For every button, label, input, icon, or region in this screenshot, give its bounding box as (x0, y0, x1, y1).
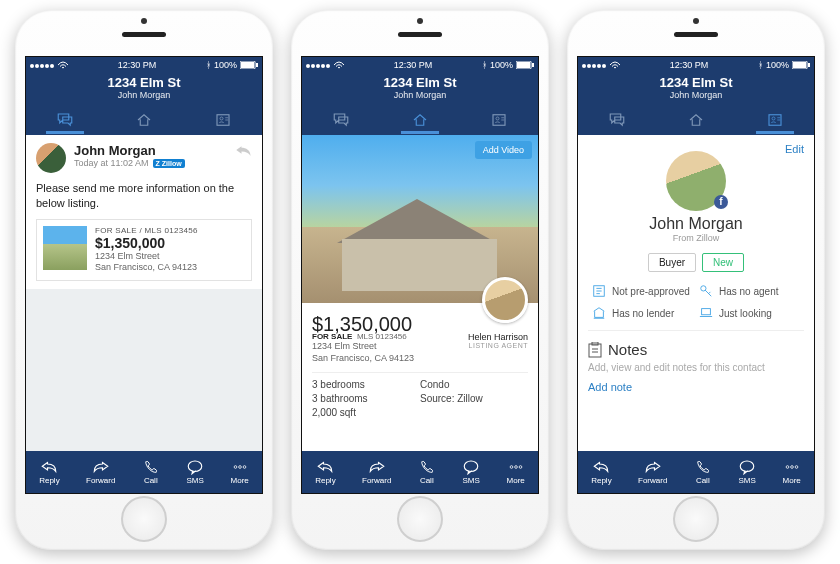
bank-icon (592, 306, 606, 320)
message-card: John Morgan Today at 11:02 AMZ Zillow Pl… (26, 135, 262, 289)
more-button[interactable]: More (231, 459, 249, 485)
agent-avatar[interactable] (482, 277, 528, 323)
svg-point-30 (790, 466, 793, 469)
tab-home[interactable] (683, 110, 709, 130)
bluetooth-icon: ᚼ (758, 60, 763, 70)
page-title: 1234 Elm St (26, 75, 262, 90)
reply-button[interactable]: Reply (39, 459, 59, 485)
svg-rect-1 (241, 62, 254, 68)
tab-contact[interactable] (762, 110, 788, 130)
facts-grid: 3 bedrooms Condo 3 bathrooms Source: Zil… (312, 372, 528, 418)
tab-home[interactable] (131, 110, 157, 130)
tag-buyer[interactable]: Buyer (648, 253, 696, 272)
tab-contact[interactable] (486, 110, 512, 130)
add-note-button[interactable]: Add note (588, 381, 804, 401)
reply-button[interactable]: Reply (315, 459, 335, 485)
page-title: 1234 Elm St (578, 75, 814, 90)
battery-icon (240, 61, 258, 69)
stat-preapproved[interactable]: Not pre-approved (592, 284, 693, 298)
detail-addr2: San Francisco, CA 94123 (312, 353, 414, 365)
tab-home[interactable] (407, 110, 433, 130)
listing-addr1: 1234 Elm Street (95, 251, 245, 263)
svg-point-16 (514, 466, 517, 469)
svg-point-22 (772, 117, 775, 120)
home-button[interactable] (121, 496, 167, 542)
bluetooth-icon: ᚼ (482, 60, 487, 70)
svg-rect-11 (532, 63, 534, 67)
fact-type: Condo (420, 379, 528, 390)
call-button[interactable]: Call (694, 459, 712, 485)
battery-icon (516, 61, 534, 69)
mls-id: MLS 0123456 (357, 332, 407, 341)
add-video-button[interactable]: Add Video (475, 141, 532, 159)
tag-new[interactable]: New (702, 253, 744, 272)
forward-button[interactable]: Forward (362, 459, 391, 485)
page-subtitle: John Morgan (302, 90, 538, 100)
header: 1234 Elm St John Morgan (578, 73, 814, 105)
stat-looking[interactable]: Just looking (699, 306, 800, 320)
contact-avatar[interactable]: f (666, 151, 726, 211)
header: 1234 Elm St John Morgan (26, 73, 262, 105)
status-time: 12:30 PM (394, 60, 433, 70)
tab-bar (302, 105, 538, 135)
tab-chat[interactable] (52, 110, 78, 130)
contact-source: From Zillow (588, 233, 804, 243)
more-button[interactable]: More (783, 459, 801, 485)
sms-button[interactable]: SMS (462, 459, 480, 485)
forward-button[interactable]: Forward (86, 459, 115, 485)
property-photo[interactable]: Add Video (302, 135, 538, 303)
phone-1: 12:30 PM ᚼ100% 1234 Elm St John Morgan J… (15, 10, 273, 550)
fact-baths: 3 bathrooms (312, 393, 420, 404)
wifi-icon (610, 61, 620, 69)
svg-point-28 (740, 461, 754, 472)
stat-agent[interactable]: Has no agent (699, 284, 800, 298)
stats-grid: Not pre-approved Has no agent Has no len… (588, 284, 804, 330)
header: 1234 Elm St John Morgan (302, 73, 538, 105)
page-subtitle: John Morgan (26, 90, 262, 100)
svg-rect-20 (808, 63, 810, 67)
forward-button[interactable]: Forward (638, 459, 667, 485)
listing-card[interactable]: FOR SALE / MLS 0123456 $1,350,000 1234 E… (36, 219, 252, 281)
stat-lender[interactable]: Has no lender (592, 306, 693, 320)
battery-text: 100% (490, 60, 513, 70)
sms-button[interactable]: SMS (186, 459, 204, 485)
svg-point-15 (510, 466, 513, 469)
home-button[interactable] (673, 496, 719, 542)
svg-rect-26 (589, 344, 601, 357)
key-icon (699, 284, 713, 298)
svg-point-5 (188, 461, 202, 472)
reply-icon[interactable] (234, 143, 252, 160)
tab-chat[interactable] (604, 110, 630, 130)
avatar[interactable] (36, 143, 66, 173)
status-bar: 12:30 PM ᚼ100% (26, 57, 262, 73)
listing-addr2: San Francisco, CA 94123 (95, 262, 245, 274)
listing-thumb (43, 226, 87, 270)
timestamp: Today at 11:02 AM (74, 158, 149, 168)
svg-point-7 (238, 466, 241, 469)
tab-bar (578, 105, 814, 135)
battery-text: 100% (766, 60, 789, 70)
tab-contact[interactable] (210, 110, 236, 130)
more-button[interactable]: More (507, 459, 525, 485)
page-subtitle: John Morgan (578, 90, 814, 100)
svg-point-4 (220, 117, 223, 120)
clipboard-icon (588, 342, 602, 358)
status-bar: 12:30 PM ᚼ100% (302, 57, 538, 73)
bottom-toolbar: Reply Forward Call SMS More (578, 451, 814, 493)
fact-sqft: 2,000 sqft (312, 407, 420, 418)
edit-button[interactable]: Edit (785, 143, 804, 155)
reply-button[interactable]: Reply (591, 459, 611, 485)
sms-button[interactable]: SMS (738, 459, 756, 485)
home-button[interactable] (397, 496, 443, 542)
message-body: Please send me more information on the b… (36, 181, 252, 211)
sale-status: FOR SALE (312, 332, 352, 341)
tab-chat[interactable] (328, 110, 354, 130)
call-button[interactable]: Call (142, 459, 160, 485)
fact-beds: 3 bedrooms (312, 379, 420, 390)
call-button[interactable]: Call (418, 459, 436, 485)
svg-rect-19 (793, 62, 806, 68)
agent-name: Helen Harrison (468, 332, 528, 342)
svg-point-14 (464, 461, 478, 472)
detail-addr1: 1234 Elm Street (312, 341, 414, 353)
battery-text: 100% (214, 60, 237, 70)
